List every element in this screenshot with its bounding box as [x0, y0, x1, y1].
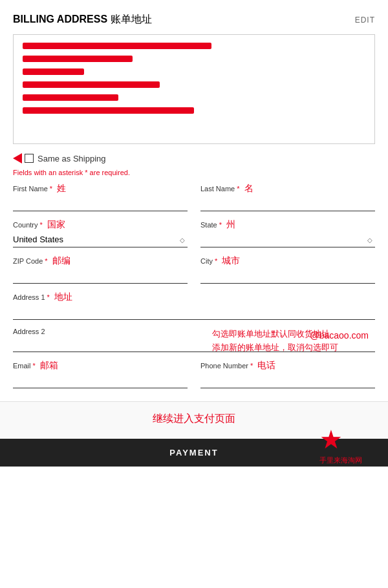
last-name-input[interactable]: [200, 196, 375, 211]
name-row: First Name * 姓 Last Name * 名: [13, 183, 375, 211]
email-input[interactable]: [13, 373, 188, 388]
country-label: Country * 国家: [13, 219, 188, 231]
redacted-bar-3: [23, 68, 84, 75]
first-name-input[interactable]: [13, 196, 188, 211]
city-input[interactable]: [200, 268, 375, 284]
redacted-bar-1: [23, 43, 211, 49]
saved-addresses-box: [13, 34, 375, 144]
first-name-group: First Name * 姓: [13, 183, 188, 211]
zip-group: ZIP Code * 邮编: [13, 255, 188, 284]
zip-city-row: ZIP Code * 邮编 City * 城市: [13, 255, 375, 284]
last-name-group: Last Name * 名: [200, 183, 375, 211]
redacted-bar-5: [23, 94, 118, 101]
country-select[interactable]: United States China Canada United Kingdo…: [13, 232, 188, 247]
country-state-row: Country * 国家 United States China Canada …: [13, 219, 375, 247]
last-name-label: Last Name * 名: [200, 183, 375, 194]
payment-button[interactable]: PAYMENT: [0, 439, 388, 467]
city-label: City * 城市: [200, 255, 375, 267]
same-as-shipping-row: Same as Shipping: [13, 153, 375, 163]
billing-title: BILLING ADDRESS 账单地址: [13, 13, 152, 26]
address1-label: Address 1 * 地址: [13, 291, 375, 303]
billing-header: BILLING ADDRESS 账单地址 EDIT: [13, 13, 375, 26]
address2-row: Address 2 @bacaoo.com: [13, 328, 375, 352]
address1-input[interactable]: [13, 304, 375, 320]
address1-group: Address 1 * 地址: [13, 291, 375, 320]
required-note: Fields with an asterisk * are required.: [13, 169, 375, 176]
redacted-bar-6: [23, 107, 194, 114]
address1-row: Address 1 * 地址: [13, 291, 375, 320]
continue-text: 继续进入支付页面: [13, 412, 375, 426]
required-star: *: [85, 169, 87, 176]
city-group: City * 城市: [200, 255, 375, 284]
zip-label: ZIP Code * 邮编: [13, 255, 188, 267]
billing-title-chinese: 账单地址: [111, 14, 152, 25]
first-name-label: First Name * 姓: [13, 183, 188, 194]
email-phone-row: Email * 邮箱 Phone Number * 电话: [13, 360, 375, 388]
address2-annotation: @bacaoo.com: [310, 330, 369, 341]
state-select-wrapper: California New York Texas: [200, 232, 375, 247]
state-group: State * 州 California New York Texas: [200, 219, 375, 247]
required-note-text: Fields with an asterisk * are required.: [13, 169, 130, 176]
zip-input[interactable]: [13, 268, 188, 284]
state-select[interactable]: California New York Texas: [200, 232, 375, 247]
phone-input[interactable]: [200, 373, 375, 388]
country-select-wrapper: United States China Canada United Kingdo…: [13, 232, 188, 247]
redacted-bar-4: [23, 81, 160, 88]
continue-section: 继续进入支付页面: [0, 401, 388, 439]
redacted-bar-2: [23, 56, 133, 62]
email-group: Email * 邮箱: [13, 360, 188, 388]
email-label: Email * 邮箱: [13, 360, 188, 372]
billing-title-text: BILLING ADDRESS: [13, 14, 107, 25]
phone-group: Phone Number * 电话: [200, 360, 375, 388]
arrow-left-icon: [13, 153, 22, 163]
state-label: State * 州: [200, 219, 375, 231]
same-as-shipping-label[interactable]: Same as Shipping: [38, 154, 106, 163]
country-group: Country * 国家 United States China Canada …: [13, 219, 188, 247]
edit-link[interactable]: EDIT: [355, 16, 375, 25]
same-as-shipping-checkbox[interactable]: [25, 154, 34, 163]
phone-label: Phone Number * 电话: [200, 360, 375, 372]
